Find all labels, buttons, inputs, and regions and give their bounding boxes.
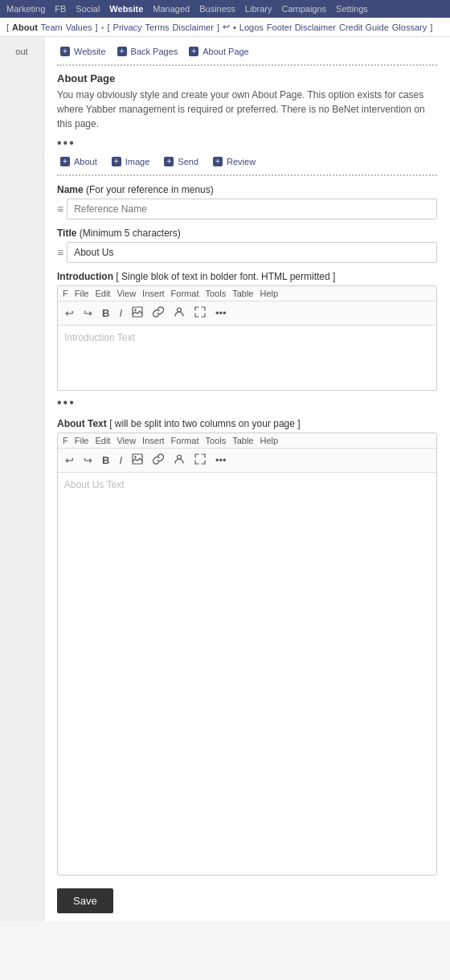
- about-menu-tools[interactable]: Tools: [205, 436, 226, 445]
- breadcrumb-close-bracket3: ]: [430, 23, 432, 32]
- breadcrumb-values[interactable]: Values: [66, 23, 92, 32]
- about-menu-f[interactable]: F: [63, 436, 68, 445]
- image-button[interactable]: [129, 305, 145, 322]
- menu-view[interactable]: View: [117, 289, 136, 298]
- subnav-review[interactable]: + Review: [210, 155, 259, 168]
- name-field-row: ≡: [57, 199, 437, 219]
- nav-website[interactable]: Website: [109, 4, 143, 14]
- menu-f[interactable]: F: [63, 289, 68, 298]
- sidebar: out: [0, 37, 44, 921]
- subnav-about[interactable]: + About: [57, 155, 100, 168]
- svg-point-2: [178, 308, 182, 312]
- about-menu-format[interactable]: Format: [171, 436, 199, 445]
- nav-managed[interactable]: Managed: [153, 4, 190, 14]
- about-text-sublabel: [ will be split into two columns on your…: [109, 418, 300, 429]
- person-button[interactable]: [171, 305, 187, 322]
- save-button[interactable]: Save: [57, 888, 113, 913]
- about-redo-button[interactable]: ↪: [81, 453, 95, 468]
- about-menu-help[interactable]: Help: [260, 436, 278, 445]
- menu-insert[interactable]: Insert: [142, 289, 165, 298]
- intro-menubar: F File Edit View Insert Format Tools Tab…: [58, 286, 436, 301]
- breadcrumb-team[interactable]: Team: [41, 23, 63, 32]
- nav-business[interactable]: Business: [199, 4, 235, 14]
- about-menu-edit[interactable]: Edit: [95, 436, 110, 445]
- about-link-button[interactable]: [150, 452, 166, 469]
- link-button[interactable]: [150, 305, 166, 322]
- about-image-button[interactable]: [129, 452, 145, 469]
- intro-editor-content[interactable]: Introduction Text: [58, 326, 436, 390]
- nav-social[interactable]: Social: [76, 4, 100, 14]
- dots-more-2: •••: [57, 396, 437, 410]
- about-undo-button[interactable]: ↩: [63, 453, 76, 468]
- about-page-section-title: About Page: [57, 72, 437, 84]
- subnav-send[interactable]: + Send: [161, 155, 202, 168]
- breadcrumb-reset-icon[interactable]: ↩: [223, 22, 230, 32]
- breadcrumb: [ About Team Values ] • [ Privacy Terms …: [0, 18, 450, 37]
- breadcrumb-terms[interactable]: Terms: [145, 23, 170, 32]
- about-person-button[interactable]: [171, 452, 187, 469]
- fullscreen-button[interactable]: [192, 305, 208, 322]
- sub-navigation: + About + Image + Send + Review: [57, 155, 437, 168]
- about-menu-file[interactable]: File: [75, 436, 89, 445]
- title-input[interactable]: [67, 242, 437, 263]
- back-pages-button[interactable]: + Back Pages: [114, 45, 182, 58]
- about-menu-view[interactable]: View: [117, 436, 136, 445]
- plus-icon-image: +: [112, 157, 121, 166]
- website-button[interactable]: + Website: [57, 45, 109, 58]
- about-fullscreen-button[interactable]: [192, 452, 208, 469]
- divider2: [57, 174, 437, 176]
- plus-icon-send: +: [164, 157, 174, 166]
- nav-campaigns[interactable]: Campaigns: [281, 4, 326, 14]
- menu-edit[interactable]: Edit: [95, 289, 110, 298]
- redo-button[interactable]: ↪: [81, 305, 95, 321]
- about-page-description: You may obviously style and create your …: [57, 88, 437, 131]
- about-editor-content[interactable]: About Us Text: [58, 473, 436, 875]
- menu-tools[interactable]: Tools: [205, 289, 226, 298]
- nav-settings[interactable]: Settings: [336, 4, 368, 14]
- plus-icon2: +: [117, 47, 127, 56]
- breadcrumb-logos[interactable]: Logos: [239, 23, 264, 32]
- breadcrumb-privacy[interactable]: Privacy: [113, 23, 142, 32]
- breadcrumb-user-icon: •: [233, 23, 236, 32]
- nav-marketing[interactable]: Marketing: [6, 4, 45, 14]
- breadcrumb-glossary[interactable]: Glossary: [392, 23, 427, 32]
- menu-format[interactable]: Format: [171, 289, 199, 298]
- breadcrumb-close-bracket2: ]: [217, 23, 219, 32]
- main-content: + Website + Back Pages + About Page Abou…: [44, 37, 450, 921]
- breadcrumb-about[interactable]: About: [12, 23, 38, 32]
- subnav-image[interactable]: + Image: [108, 155, 153, 168]
- sidebar-label: out: [0, 43, 43, 59]
- about-menu-table[interactable]: Table: [232, 436, 253, 445]
- title-field-label: Title (Minimum 5 characters): [57, 228, 437, 239]
- more-options-button[interactable]: •••: [213, 305, 229, 321]
- nav-library[interactable]: Library: [245, 4, 272, 14]
- breadcrumb-disclaimer[interactable]: Disclaimer: [173, 23, 214, 32]
- bold-button[interactable]: B: [100, 305, 112, 321]
- breadcrumb-open-bracket: [: [6, 23, 9, 32]
- about-bold-button[interactable]: B: [100, 453, 112, 468]
- subnav-send-label: Send: [178, 157, 198, 166]
- about-more-options-button[interactable]: •••: [213, 453, 229, 468]
- about-editor-toolbar: ↩ ↪ B I: [58, 449, 436, 473]
- nav-fb[interactable]: FB: [55, 4, 66, 14]
- top-navigation[interactable]: Marketing FB Social Website Managed Busi…: [0, 0, 450, 18]
- name-field-label: Name (For your reference in menus): [57, 184, 437, 195]
- menu-table[interactable]: Table: [232, 289, 253, 298]
- breadcrumb-credit-guide[interactable]: Credit Guide: [339, 23, 389, 32]
- menu-help[interactable]: Help: [260, 289, 278, 298]
- menu-file[interactable]: File: [75, 289, 89, 298]
- name-input[interactable]: [67, 199, 437, 219]
- breadcrumb-close-bracket: ]: [96, 23, 98, 32]
- breadcrumb-footer-disclaimer[interactable]: Footer Disclaimer: [267, 23, 336, 32]
- about-menu-insert[interactable]: Insert: [142, 436, 165, 445]
- title-field-sublabel: (Minimum 5 characters): [80, 228, 181, 239]
- about-page-button[interactable]: + About Page: [186, 45, 252, 58]
- plus-icon-review: +: [213, 157, 223, 166]
- intro-editor-toolbar: ↩ ↪ B I: [58, 301, 436, 326]
- italic-button[interactable]: I: [117, 305, 125, 321]
- undo-button[interactable]: ↩: [63, 305, 76, 321]
- svg-point-1: [134, 309, 136, 310]
- page-toolbar: + Website + Back Pages + About Page: [57, 45, 437, 58]
- about-italic-button[interactable]: I: [117, 453, 125, 468]
- svg-point-5: [178, 455, 182, 459]
